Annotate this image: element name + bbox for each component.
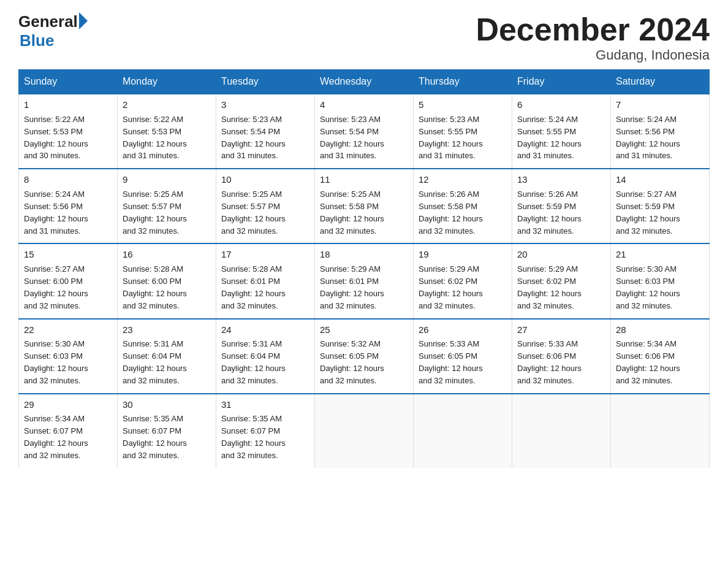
day-cell [315,394,414,468]
title-section: December 2024 Gudang, Indonesia [476,12,710,63]
day-number: 28 [616,323,704,337]
day-info: Sunrise: 5:25 AMSunset: 5:58 PMDaylight:… [320,190,384,236]
day-info: Sunrise: 5:29 AMSunset: 6:02 PMDaylight:… [419,264,483,310]
logo: General Blue [18,12,88,50]
day-info: Sunrise: 5:24 AMSunset: 5:56 PMDaylight:… [24,190,88,236]
day-info: Sunrise: 5:22 AMSunset: 5:53 PMDaylight:… [123,115,187,161]
day-number: 1 [24,98,112,112]
day-info: Sunrise: 5:27 AMSunset: 5:59 PMDaylight:… [616,190,680,236]
day-number: 15 [24,248,112,261]
week-row-4: 29 Sunrise: 5:34 AMSunset: 6:07 PMDaylig… [19,394,710,468]
day-info: Sunrise: 5:26 AMSunset: 5:58 PMDaylight:… [419,190,483,236]
day-number: 5 [419,98,507,112]
calendar-header-row: SundayMondayTuesdayWednesdayThursdayFrid… [19,70,710,94]
day-cell: 6 Sunrise: 5:24 AMSunset: 5:55 PMDayligh… [512,94,611,169]
day-number: 24 [221,323,309,337]
day-number: 20 [517,248,605,261]
month-title: December 2024 [476,12,710,47]
day-cell: 1 Sunrise: 5:22 AMSunset: 5:53 PMDayligh… [19,94,118,169]
day-cell: 12 Sunrise: 5:26 AMSunset: 5:58 PMDaylig… [414,169,512,243]
location-text: Gudang, Indonesia [476,47,710,63]
day-info: Sunrise: 5:34 AMSunset: 6:07 PMDaylight:… [24,414,88,460]
day-info: Sunrise: 5:35 AMSunset: 6:07 PMDaylight:… [221,414,286,460]
day-number: 12 [419,173,507,186]
day-number: 8 [24,173,112,186]
week-row-0: 1 Sunrise: 5:22 AMSunset: 5:53 PMDayligh… [19,94,710,169]
day-cell: 21 Sunrise: 5:30 AMSunset: 6:03 PMDaylig… [611,243,710,318]
day-info: Sunrise: 5:25 AMSunset: 5:57 PMDaylight:… [221,190,286,236]
calendar-table: SundayMondayTuesdayWednesdayThursdayFrid… [18,69,710,468]
header-wednesday: Wednesday [315,70,414,94]
day-info: Sunrise: 5:26 AMSunset: 5:59 PMDaylight:… [517,190,582,236]
day-info: Sunrise: 5:33 AMSunset: 6:05 PMDaylight:… [419,339,483,385]
day-info: Sunrise: 5:25 AMSunset: 5:57 PMDaylight:… [123,190,187,236]
week-row-1: 8 Sunrise: 5:24 AMSunset: 5:56 PMDayligh… [19,169,710,243]
day-cell: 16 Sunrise: 5:28 AMSunset: 6:00 PMDaylig… [118,243,216,318]
day-number: 17 [221,248,309,261]
day-cell: 9 Sunrise: 5:25 AMSunset: 5:57 PMDayligh… [118,169,216,243]
day-number: 13 [517,173,605,186]
day-cell: 18 Sunrise: 5:29 AMSunset: 6:01 PMDaylig… [315,243,414,318]
day-info: Sunrise: 5:31 AMSunset: 6:04 PMDaylight:… [221,339,286,385]
day-info: Sunrise: 5:30 AMSunset: 6:03 PMDaylight:… [24,339,88,385]
day-number: 29 [24,398,112,412]
day-number: 9 [123,173,211,186]
day-cell: 4 Sunrise: 5:23 AMSunset: 5:54 PMDayligh… [315,94,414,169]
day-cell: 26 Sunrise: 5:33 AMSunset: 6:05 PMDaylig… [414,319,512,394]
day-info: Sunrise: 5:32 AMSunset: 6:05 PMDaylight:… [320,339,384,385]
day-info: Sunrise: 5:31 AMSunset: 6:04 PMDaylight:… [123,339,187,385]
day-cell: 15 Sunrise: 5:27 AMSunset: 6:00 PMDaylig… [19,243,118,318]
day-info: Sunrise: 5:24 AMSunset: 5:55 PMDaylight:… [517,115,582,161]
header-tuesday: Tuesday [216,70,315,94]
day-cell: 30 Sunrise: 5:35 AMSunset: 6:07 PMDaylig… [118,394,216,468]
day-cell: 20 Sunrise: 5:29 AMSunset: 6:02 PMDaylig… [512,243,611,318]
day-cell [611,394,710,468]
day-cell: 3 Sunrise: 5:23 AMSunset: 5:54 PMDayligh… [216,94,315,169]
day-cell: 27 Sunrise: 5:33 AMSunset: 6:06 PMDaylig… [512,319,611,394]
day-cell: 5 Sunrise: 5:23 AMSunset: 5:55 PMDayligh… [414,94,512,169]
day-info: Sunrise: 5:23 AMSunset: 5:54 PMDaylight:… [320,115,384,161]
day-cell: 8 Sunrise: 5:24 AMSunset: 5:56 PMDayligh… [19,169,118,243]
day-info: Sunrise: 5:27 AMSunset: 6:00 PMDaylight:… [24,264,88,310]
header-thursday: Thursday [414,70,512,94]
day-info: Sunrise: 5:22 AMSunset: 5:53 PMDaylight:… [24,115,88,161]
day-number: 19 [419,248,507,261]
day-cell: 19 Sunrise: 5:29 AMSunset: 6:02 PMDaylig… [414,243,512,318]
day-info: Sunrise: 5:30 AMSunset: 6:03 PMDaylight:… [616,264,680,310]
header-monday: Monday [118,70,216,94]
day-number: 22 [24,323,112,337]
header-saturday: Saturday [611,70,710,94]
day-cell: 7 Sunrise: 5:24 AMSunset: 5:56 PMDayligh… [611,94,710,169]
day-cell: 10 Sunrise: 5:25 AMSunset: 5:57 PMDaylig… [216,169,315,243]
day-number: 18 [320,248,408,261]
day-number: 30 [123,398,211,412]
day-info: Sunrise: 5:33 AMSunset: 6:06 PMDaylight:… [517,339,582,385]
day-info: Sunrise: 5:23 AMSunset: 5:55 PMDaylight:… [419,115,483,161]
day-info: Sunrise: 5:23 AMSunset: 5:54 PMDaylight:… [221,115,286,161]
week-row-3: 22 Sunrise: 5:30 AMSunset: 6:03 PMDaylig… [19,319,710,394]
logo-arrow-icon [79,12,88,29]
day-cell: 2 Sunrise: 5:22 AMSunset: 5:53 PMDayligh… [118,94,216,169]
day-cell: 23 Sunrise: 5:31 AMSunset: 6:04 PMDaylig… [118,319,216,394]
day-number: 7 [616,98,704,112]
day-number: 11 [320,173,408,186]
day-cell: 22 Sunrise: 5:30 AMSunset: 6:03 PMDaylig… [19,319,118,394]
week-row-2: 15 Sunrise: 5:27 AMSunset: 6:00 PMDaylig… [19,243,710,318]
day-info: Sunrise: 5:35 AMSunset: 6:07 PMDaylight:… [123,414,187,460]
day-number: 21 [616,248,704,261]
day-info: Sunrise: 5:24 AMSunset: 5:56 PMDaylight:… [616,115,680,161]
day-cell [414,394,512,468]
logo-blue-text: Blue [20,31,54,50]
day-number: 31 [221,398,309,412]
day-number: 27 [517,323,605,337]
day-cell: 28 Sunrise: 5:34 AMSunset: 6:06 PMDaylig… [611,319,710,394]
day-info: Sunrise: 5:28 AMSunset: 6:01 PMDaylight:… [221,264,286,310]
logo-general-text: General [18,12,78,31]
day-cell: 17 Sunrise: 5:28 AMSunset: 6:01 PMDaylig… [216,243,315,318]
day-number: 14 [616,173,704,186]
day-cell: 25 Sunrise: 5:32 AMSunset: 6:05 PMDaylig… [315,319,414,394]
day-info: Sunrise: 5:29 AMSunset: 6:01 PMDaylight:… [320,264,384,310]
day-cell: 13 Sunrise: 5:26 AMSunset: 5:59 PMDaylig… [512,169,611,243]
day-cell: 29 Sunrise: 5:34 AMSunset: 6:07 PMDaylig… [19,394,118,468]
page-header: General Blue December 2024 Gudang, Indon… [18,12,710,63]
